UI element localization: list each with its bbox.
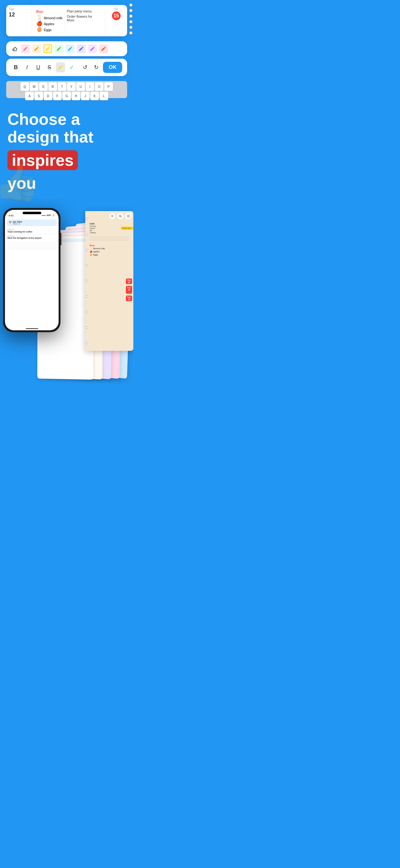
phone-rule (7, 247, 56, 247)
highlight-toolbar (6, 41, 127, 56)
marker-green[interactable] (55, 44, 63, 53)
buy-label-panel: Buy: (90, 244, 129, 247)
strikethrough-button[interactable]: S (45, 62, 54, 72)
spiral-ring (86, 295, 88, 298)
marker-red[interactable] (99, 44, 108, 53)
marker-cyan[interactable] (66, 44, 74, 53)
keyboard-area: Q W E R T Y U I O P A S D F G H J K L (6, 81, 127, 98)
key-w[interactable]: W (30, 82, 38, 91)
marker-purple[interactable] (88, 44, 97, 53)
panel-settings-icon[interactable] (125, 213, 131, 219)
spiral-ring (86, 311, 88, 313)
panel-search-icon[interactable] (117, 213, 124, 219)
task-almond-milk: 🥛 Almond milk (36, 14, 63, 21)
phone-rule (7, 246, 56, 246)
key-p[interactable]: P (104, 82, 113, 91)
task-eggs: 🥚 Eggs (36, 26, 63, 32)
task-order-flowers: Order flowers for Mom (67, 14, 101, 23)
rule (90, 239, 129, 239)
planner-card: Tue 12 Buy: 🥛 Almond milk (6, 5, 127, 36)
rule (90, 237, 129, 237)
phone-notch (23, 212, 41, 214)
highlight-button[interactable] (56, 62, 65, 72)
marker-orange[interactable] (32, 44, 41, 53)
spiral-ring (86, 249, 88, 251)
tasks-left: Buy: 🥛 Almond milk 🍎 Apples (34, 7, 65, 34)
svg-rect-2 (111, 217, 113, 217)
spiral-right (85, 211, 88, 351)
ok-button[interactable]: OK (103, 62, 122, 73)
key-y[interactable]: Y (67, 82, 76, 91)
phone-lines (5, 241, 59, 251)
key-i[interactable]: I (86, 82, 94, 91)
phone-side-button (61, 233, 61, 245)
buy-section-panel: Buy: 🥛Almond milk 🍎Apples 🥚Eggs (85, 242, 133, 258)
svg-rect-0 (111, 215, 113, 215)
key-t[interactable]: T (58, 82, 66, 91)
day-col-fri: Fri 15 (105, 5, 127, 36)
spiral-ring (86, 280, 88, 282)
buy-almond-panel: 🥛Almond milk (90, 247, 129, 250)
marker-blue[interactable] (77, 44, 86, 53)
task-plan-party: Plan party menu (67, 9, 101, 14)
call-label: Call: (90, 222, 129, 225)
phone-event-team: 2:30 pm Team meeting for coffee (7, 229, 56, 234)
buy-apples-panel: 🍎Apples (90, 251, 129, 253)
date-num-15: 15 (112, 11, 121, 20)
key-q[interactable]: Q (21, 82, 29, 91)
rule (90, 240, 129, 241)
hero-section: 👍 Choose a design that inspires you (0, 98, 133, 199)
spiral-ring (86, 326, 88, 329)
phone-screen: 9:41 ●●● WiFi 🔋 📅 Apr 2024 Week 16 2:30 … (5, 210, 59, 330)
date-badge-tue16-2: Tue16↕ (126, 286, 132, 294)
john-birthday-note: John's birt... (121, 227, 133, 230)
spiral-ring (86, 233, 88, 236)
phone-app-header: 📅 Apr 2024 Week 16 (7, 219, 57, 226)
hero-title-line1: Choose a design that (7, 111, 126, 146)
day-col-tue: Tue 12 (6, 5, 32, 36)
phone-home-indicator (26, 328, 38, 329)
key-u[interactable]: U (76, 82, 85, 91)
spiral-ring (86, 264, 88, 267)
svg-rect-1 (111, 216, 113, 216)
status-icons: ●●● WiFi 🔋 (42, 214, 55, 217)
format-toolbar: B I U S ✓ ↺ ↻ (6, 59, 127, 76)
key-o[interactable]: O (95, 82, 104, 91)
phone-rule (7, 244, 56, 244)
call-name-ali: Ali (90, 229, 129, 231)
italic-button[interactable]: I (22, 62, 32, 72)
buy-label: Buy: (36, 9, 63, 14)
day-label-fri: Fri (114, 7, 118, 11)
panel-list-icon[interactable] (109, 213, 115, 219)
svg-line-4 (121, 216, 122, 217)
spiral-ring (86, 218, 88, 220)
thumbs-watermark: 👍 (0, 160, 40, 204)
phone-events: 2:30 pm Team meeting for coffee 3:30 pm … (5, 227, 59, 241)
marker-pink[interactable] (21, 44, 30, 53)
task-apples: 🍎 Apples (36, 21, 63, 26)
key-r[interactable]: R (48, 82, 57, 91)
redo-button[interactable]: ↻ (91, 62, 101, 72)
phone-mockup: 9:41 ●●● WiFi 🔋 📅 Apr 2024 Week 16 2:30 … (3, 208, 61, 332)
buy-eggs-panel: 🥚Eggs (90, 254, 129, 256)
bold-button[interactable]: B (11, 62, 21, 72)
check-button[interactable]: ✓ (67, 62, 76, 72)
svg-point-3 (120, 215, 121, 217)
planner-header: Tue 12 Buy: 🥛 Almond milk (6, 5, 127, 36)
right-panel: Call: Emma Oliver Ali Yukiko John's birt… (85, 211, 133, 351)
phone-section: 📅 Apr 2024 Week 16 Mon 15 2:30 pm Team m… (0, 199, 133, 416)
date-num-12: 12 (9, 11, 15, 18)
date-badge-tue16-1: Tue16 (126, 278, 132, 284)
key-e[interactable]: E (39, 82, 48, 91)
day-label-tue: Tue (9, 7, 29, 11)
call-name-yukiko: Yukiko (90, 231, 129, 234)
phone-rule (7, 249, 56, 249)
undo-redo-group: ↺ ↻ (80, 62, 101, 72)
spiral-ring (86, 342, 88, 344)
undo-button[interactable]: ↺ (80, 62, 90, 72)
marker-yellow[interactable] (43, 44, 52, 53)
underline-button[interactable]: U (33, 62, 43, 72)
date-badge-tue16-3: Tue16 (126, 296, 132, 301)
panel-lines (85, 235, 133, 242)
eraser-button[interactable] (11, 45, 19, 53)
